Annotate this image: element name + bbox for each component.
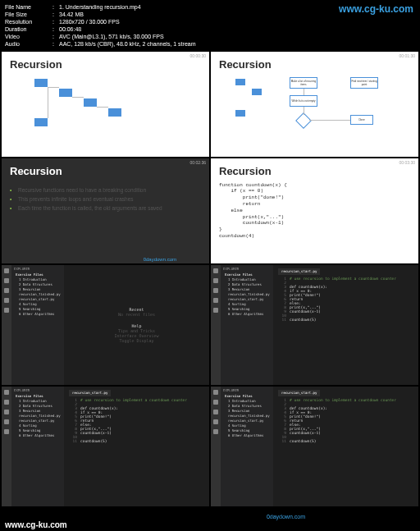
watermark-cgku-bottom: www.cg-ku.com: [5, 520, 67, 529]
extensions-icon[interactable]: [213, 429, 218, 434]
thumb-2: 00:01:30 Recursion Make a list of recurr…: [211, 52, 418, 157]
tab-bar[interactable]: recursion_start.py: [69, 390, 204, 396]
pseudocode: function countdown(x) { if (x == 0) prin…: [219, 182, 410, 240]
activity-bar[interactable]: [211, 265, 221, 385]
code-editor[interactable]: recursion_start.py 1# use recursion to i…: [273, 265, 418, 385]
file-explorer[interactable]: EXPLORER Exercise Files 1 Introduction 2…: [11, 387, 64, 506]
extensions-icon[interactable]: [4, 429, 9, 434]
watermark-cgku-top: www.cg-ku.com: [339, 3, 413, 16]
debug-icon[interactable]: [213, 298, 218, 303]
search-icon[interactable]: [213, 278, 218, 283]
activity-bar[interactable]: [2, 387, 11, 506]
files-icon[interactable]: [4, 390, 9, 395]
thumb-5-ide-welcome: EXPLORER Exercise Files 1 Introduction 2…: [2, 265, 209, 385]
timestamp: 00:00:30: [190, 53, 206, 58]
tab-bar[interactable]: recursion_start.py: [278, 390, 413, 396]
thumb-6-ide-editor: EXPLORER Exercise Files 1 Introduction 2…: [211, 265, 418, 385]
git-icon[interactable]: [4, 288, 9, 293]
debug-icon[interactable]: [4, 298, 9, 303]
watermark-daydown: 0daydown.com: [144, 257, 176, 262]
files-icon[interactable]: [213, 268, 218, 273]
code-editor[interactable]: recursion_start.py 1# use recursion to i…: [273, 387, 418, 506]
thumb-3: 00:02:36 Recursion Recursive functions n…: [2, 158, 209, 263]
timestamp: 00:02:36: [190, 160, 206, 165]
thumb-8-ide-editor: EXPLORER Exercise Files 1 Introduction 2…: [211, 387, 418, 506]
editor-tab[interactable]: recursion_start.py: [69, 390, 111, 396]
thumbnail-grid: 00:00:30 Recursion 00:01:30 Recursion Ma…: [0, 52, 420, 506]
editor-tab[interactable]: recursion_start.py: [278, 390, 320, 396]
timestamp: 00:01:30: [399, 53, 415, 58]
search-icon[interactable]: [4, 400, 9, 405]
bullet-list: Recursive functions need to have a break…: [10, 185, 201, 213]
editor-tab[interactable]: recursion_start.py: [278, 268, 320, 275]
watermark-daydown-bottom: 0daydown.com: [267, 514, 305, 520]
activity-bar[interactable]: [2, 265, 11, 385]
thumb-1: 00:00:30 Recursion: [2, 52, 209, 157]
search-icon[interactable]: [213, 400, 218, 405]
slide-title: Recursion: [219, 58, 410, 71]
thumb-7-ide-editor: EXPLORER Exercise Files 1 Introduction 2…: [2, 387, 209, 506]
debug-icon[interactable]: [4, 419, 9, 424]
debug-icon[interactable]: [213, 419, 218, 424]
code-editor[interactable]: recursion_start.py 1# use recursion to i…: [64, 387, 209, 506]
welcome-screen: Recent No recent files Help Tips and Tri…: [64, 265, 209, 385]
thumb-4: 00:03:30 Recursion function countdown(x)…: [211, 158, 418, 263]
media-info-header: File Name:1. Understanding recursion.mp4…: [0, 0, 420, 52]
extensions-icon[interactable]: [213, 308, 218, 313]
file-explorer[interactable]: EXPLORER Exercise Files 1 Introduction 2…: [11, 265, 64, 385]
search-icon[interactable]: [4, 278, 9, 283]
slide-title: Recursion: [219, 165, 410, 177]
files-icon[interactable]: [213, 390, 218, 395]
activity-bar[interactable]: [211, 387, 221, 506]
timestamp: 00:03:30: [399, 160, 415, 165]
file-explorer[interactable]: EXPLORER Exercise Files 1 Introduction 2…: [221, 387, 273, 506]
files-icon[interactable]: [4, 268, 9, 273]
flowchart-simple: [10, 74, 201, 140]
slide-title: Recursion: [10, 58, 201, 71]
git-icon[interactable]: [213, 410, 218, 414]
git-icon[interactable]: [4, 410, 9, 414]
slide-title: Recursion: [10, 165, 201, 177]
flowchart-detailed: Make a list of recurring items Find next…: [219, 74, 410, 140]
file-explorer[interactable]: EXPLORER Exercise Files 1 Introduction 2…: [221, 265, 273, 385]
extensions-icon[interactable]: [4, 308, 9, 313]
git-icon[interactable]: [213, 288, 218, 293]
tab-bar[interactable]: recursion_start.py: [278, 268, 413, 275]
